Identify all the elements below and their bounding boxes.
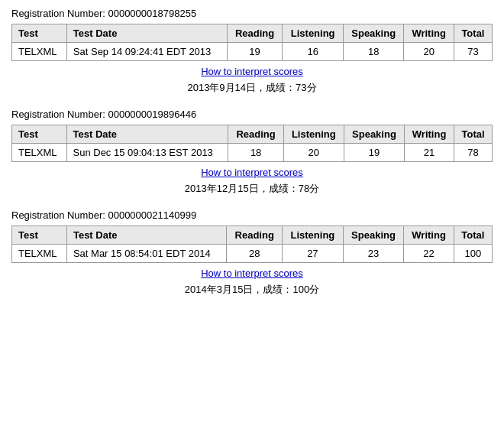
- registration-section-1: Registration Number: 0000000018798255 Te…: [11, 8, 493, 95]
- table-row: TELXML Sat Mar 15 08:54:01 EDT 2014 28 2…: [12, 245, 493, 263]
- interpret-link-container-3: How to interpret scores: [11, 268, 493, 279]
- col-header-total-1: Total: [454, 24, 492, 43]
- scores-table-3: Test Test Date Reading Listening Speakin…: [11, 225, 493, 263]
- cell-test-2: TELXML: [12, 144, 67, 162]
- cell-date-3: Sat Mar 15 08:54:01 EDT 2014: [66, 245, 226, 263]
- cell-total-2: 78: [454, 144, 493, 162]
- registration-number-3: Registration Number: 0000000021140999: [11, 209, 493, 221]
- col-header-listening-3: Listening: [283, 226, 344, 245]
- interpret-link-1[interactable]: How to interpret scores: [201, 66, 303, 77]
- cell-date-2: Sun Dec 15 09:04:13 EST 2013: [66, 144, 228, 162]
- registration-number-2: Registration Number: 0000000019896446: [11, 109, 493, 120]
- cell-reading-3: 28: [227, 245, 283, 263]
- cell-test-1: TELXML: [12, 43, 67, 61]
- cell-listening-1: 16: [283, 43, 344, 61]
- registration-number-value-1: 0000000018798255: [108, 8, 196, 19]
- col-header-test-3: Test: [12, 226, 67, 245]
- col-header-test-2: Test: [12, 125, 67, 144]
- cell-listening-3: 27: [283, 245, 344, 263]
- col-header-date-1: Test Date: [66, 24, 227, 43]
- col-header-total-2: Total: [454, 125, 493, 144]
- score-summary-2: 2013年12月15日，成绩：78分: [11, 182, 493, 196]
- col-header-total-3: Total: [454, 226, 492, 245]
- cell-writing-2: 21: [405, 144, 454, 162]
- interpret-link-3[interactable]: How to interpret scores: [201, 268, 303, 279]
- registration-number-value-3: 0000000021140999: [108, 209, 196, 221]
- col-header-test-1: Test: [12, 24, 67, 43]
- interpret-link-container-1: How to interpret scores: [11, 66, 493, 77]
- registration-number-1: Registration Number: 0000000018798255: [11, 8, 493, 19]
- registration-section-3: Registration Number: 0000000021140999 Te…: [11, 209, 493, 297]
- registration-number-value-2: 0000000019896446: [108, 109, 196, 120]
- interpret-link-2[interactable]: How to interpret scores: [201, 167, 303, 178]
- cell-speaking-3: 23: [343, 245, 404, 263]
- col-header-speaking-1: Speaking: [343, 24, 404, 43]
- col-header-reading-2: Reading: [228, 125, 283, 144]
- col-header-writing-2: Writing: [405, 125, 454, 144]
- score-summary-1: 2013年9月14日，成绩：73分: [11, 81, 493, 95]
- cell-test-3: TELXML: [12, 245, 67, 263]
- scores-table-2: Test Test Date Reading Listening Speakin…: [11, 125, 493, 162]
- score-summary-3: 2014年3月15日，成绩：100分: [11, 283, 493, 297]
- cell-speaking-1: 18: [343, 43, 404, 61]
- col-header-speaking-2: Speaking: [344, 125, 404, 144]
- col-header-date-3: Test Date: [66, 226, 226, 245]
- registration-section-2: Registration Number: 0000000019896446 Te…: [11, 109, 493, 196]
- col-header-reading-3: Reading: [227, 226, 283, 245]
- table-row: TELXML Sat Sep 14 09:24:41 EDT 2013 19 1…: [12, 43, 493, 61]
- registration-label-1: Registration Number:: [11, 8, 105, 19]
- interpret-link-container-2: How to interpret scores: [11, 167, 493, 178]
- table-row: TELXML Sun Dec 15 09:04:13 EST 2013 18 2…: [12, 144, 493, 162]
- cell-writing-1: 20: [404, 43, 454, 61]
- col-header-reading-1: Reading: [227, 24, 283, 43]
- cell-total-1: 73: [454, 43, 492, 61]
- cell-total-3: 100: [454, 245, 492, 263]
- col-header-listening-2: Listening: [283, 125, 344, 144]
- col-header-writing-3: Writing: [404, 226, 454, 245]
- cell-listening-2: 20: [283, 144, 344, 162]
- col-header-speaking-3: Speaking: [343, 226, 404, 245]
- scores-table-1: Test Test Date Reading Listening Speakin…: [11, 24, 493, 61]
- registration-label-3: Registration Number:: [11, 209, 105, 221]
- cell-speaking-2: 19: [344, 144, 404, 162]
- col-header-date-2: Test Date: [66, 125, 228, 144]
- col-header-writing-1: Writing: [404, 24, 454, 43]
- cell-reading-1: 19: [227, 43, 283, 61]
- cell-writing-3: 22: [404, 245, 454, 263]
- registration-label-2: Registration Number:: [11, 109, 105, 120]
- cell-date-1: Sat Sep 14 09:24:41 EDT 2013: [66, 43, 227, 61]
- cell-reading-2: 18: [228, 144, 283, 162]
- col-header-listening-1: Listening: [283, 24, 344, 43]
